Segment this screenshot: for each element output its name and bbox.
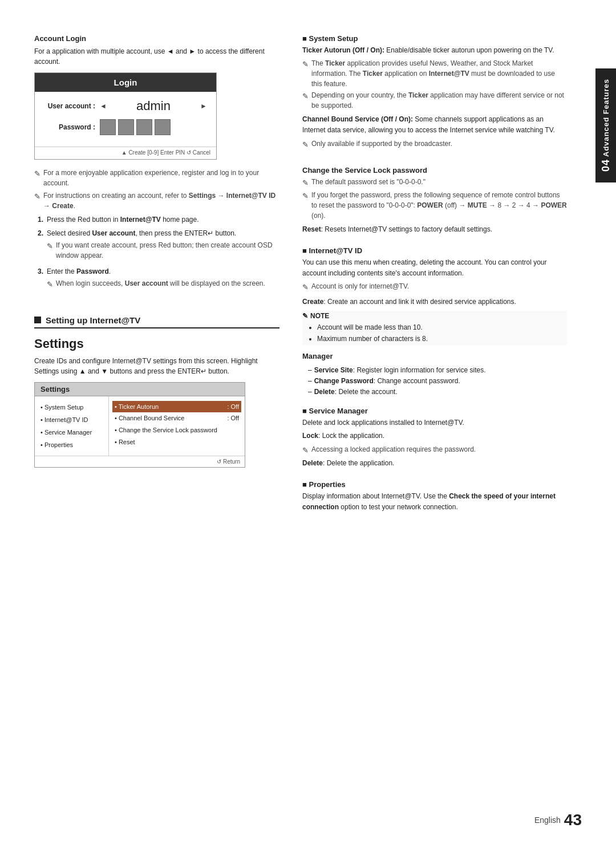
page-number: 43 bbox=[564, 811, 582, 829]
settings-desc: Create IDs and configure Internet@TV set… bbox=[34, 356, 279, 376]
settings-panel: Settings • System Setup • Internet@TV ID… bbox=[34, 382, 245, 468]
settings-left-menu: • System Setup • Internet@TV ID • Servic… bbox=[35, 396, 109, 456]
settings-left-item-2: • Internet@TV ID bbox=[40, 413, 103, 426]
settings-right-item-2: • Channel Bound Service : Off bbox=[115, 412, 239, 424]
user-account-value: admin bbox=[110, 99, 197, 113]
pencil-icon-r8: ✎ bbox=[302, 445, 309, 456]
step-3-note: ✎ When login succeeds, User account will… bbox=[47, 278, 279, 290]
change-lock-section: Change the Service Lock password ✎ The d… bbox=[302, 160, 567, 237]
note-item-1: Account will be made less than 10. bbox=[317, 322, 567, 333]
manager-item-3: – Delete: Delete the account. bbox=[308, 387, 567, 397]
note-instructions-text: For instructions on creating an account,… bbox=[43, 190, 279, 211]
user-account-label: User account : bbox=[44, 102, 95, 110]
lock-note-2: ✎ If you forget the password, press the … bbox=[302, 190, 567, 221]
pencil-icon-1: ✎ bbox=[34, 168, 40, 180]
service-manager-heading-text: ■ Service Manager bbox=[302, 407, 368, 415]
note-block: ✎ NOTE Account will be made less than 10… bbox=[302, 311, 567, 345]
settings-main-title: Settings bbox=[34, 336, 279, 351]
settings-panel-body: • System Setup • Internet@TV ID • Servic… bbox=[35, 396, 245, 456]
service-manager-body: Delete and lock applications installed t… bbox=[302, 417, 567, 469]
settings-panel-title: Settings bbox=[35, 383, 245, 396]
right-column: ■ System Setup Ticker Autorun (Off / On)… bbox=[302, 34, 567, 818]
password-label: Password : bbox=[44, 123, 95, 131]
properties-heading: ■ Properties bbox=[302, 480, 567, 489]
internet-tv-id-heading-text: ■ Internet@TV ID bbox=[302, 246, 362, 255]
settings-right-item-3: • Change the Service Lock password bbox=[115, 424, 239, 436]
system-setup-heading: ■ System Setup bbox=[302, 34, 567, 43]
footer-language: English bbox=[534, 816, 561, 825]
pencil-icon-r5: ✎ bbox=[302, 190, 309, 202]
pw-box-3 bbox=[136, 119, 152, 135]
side-tab-label: Advanced Features bbox=[602, 79, 610, 157]
internet-tv-id-section: ■ Internet@TV ID You can use this menu w… bbox=[302, 246, 567, 397]
manager-item-1: – Service Site: Register login informati… bbox=[308, 365, 567, 376]
right-arrow-icon[interactable]: ► bbox=[200, 102, 207, 110]
properties-section: ■ Properties Display information about I… bbox=[302, 480, 567, 515]
note-register-text: For a more enjoyable application experie… bbox=[43, 168, 279, 188]
note-block-items: Account will be made less than 10. Maxim… bbox=[311, 322, 567, 345]
note-register: ✎ For a more enjoyable application exper… bbox=[34, 168, 279, 188]
step-3-num: 3. bbox=[38, 266, 43, 293]
lock-app-note: ✎ Accessing a locked application require… bbox=[302, 444, 567, 456]
setting-up-title: Setting up Internet@TV bbox=[46, 315, 140, 325]
login-form: User account : ◄ admin ► Password : bbox=[35, 92, 216, 147]
lock-note-1: ✎ The default password set is "0-0-0-0." bbox=[302, 177, 567, 189]
change-lock-heading: Change the Service Lock password bbox=[302, 166, 567, 175]
step-2-num: 2. bbox=[38, 228, 43, 263]
login-title: Login bbox=[35, 73, 216, 92]
note-instructions: ✎ For instructions on creating an accoun… bbox=[34, 190, 279, 211]
step-3-text: Enter the Password. ✎ When login succeed… bbox=[47, 266, 279, 293]
manager-list: – Service Site: Register login informati… bbox=[308, 365, 567, 398]
pencil-icon-r6: ✎ bbox=[302, 282, 309, 293]
service-manager-section: ■ Service Manager Delete and lock applic… bbox=[302, 407, 567, 471]
pencil-icon-r4: ✎ bbox=[302, 177, 309, 189]
pencil-icon-4: ✎ bbox=[47, 279, 53, 290]
internet-tv-note: ✎ Account is only for internet@TV. bbox=[302, 281, 567, 293]
ticker-note-1: ✎ The Ticker application provides useful… bbox=[302, 58, 567, 89]
settings-left-item-3: • Service Manager bbox=[40, 426, 103, 439]
pw-box-1 bbox=[100, 119, 116, 135]
change-lock-body: ✎ The default password set is "0-0-0-0."… bbox=[302, 177, 567, 235]
ticker-note-2: ✎ Depending on your country, the Ticker … bbox=[302, 90, 567, 111]
note-block-title: ✎ NOTE bbox=[302, 311, 567, 322]
login-box: Login User account : ◄ admin ► Password … bbox=[34, 72, 217, 160]
manager-item-2: – Change Password: Change account passwo… bbox=[308, 376, 567, 387]
side-tab: 04 Advanced Features bbox=[595, 68, 616, 182]
setting-up-bullet bbox=[34, 317, 41, 323]
settings-panel-footer: ↺ Return bbox=[35, 456, 245, 467]
setting-up-section: Setting up Internet@TV bbox=[34, 315, 279, 328]
internet-tv-id-heading: ■ Internet@TV ID bbox=[302, 246, 567, 255]
service-manager-heading: ■ Service Manager bbox=[302, 407, 567, 415]
left-column: Account Login For a application with mul… bbox=[34, 34, 279, 818]
settings-right-item-1: • Ticker Autorun : Off bbox=[112, 401, 241, 413]
step-2-text: Select desired User account, then press … bbox=[47, 228, 279, 263]
step-1: 1. Press the Red button in Internet@TV h… bbox=[38, 214, 279, 225]
step-2: 2. Select desired User account, then pre… bbox=[38, 228, 279, 263]
pw-box-2 bbox=[118, 119, 134, 135]
pencil-icon-3: ✎ bbox=[47, 241, 53, 252]
step-2-note: ✎ If you want create account, press Red … bbox=[47, 240, 279, 261]
left-arrow-icon[interactable]: ◄ bbox=[100, 102, 107, 110]
note-item-2: Maximum number of characters is 8. bbox=[317, 333, 567, 344]
system-setup-body: Ticker Autorun (Off / On): Enable/disabl… bbox=[302, 45, 567, 150]
pencil-icon-r1: ✎ bbox=[302, 59, 309, 70]
side-tab-number: 04 bbox=[600, 159, 612, 172]
settings-right-item-4: • Reset bbox=[115, 436, 239, 448]
login-footer: ▲ Create [0-9] Enter PIN ↺ Cancel bbox=[35, 147, 216, 159]
settings-left-item-1: • System Setup bbox=[40, 401, 103, 413]
pw-box-4 bbox=[155, 119, 171, 135]
user-account-value-area: ◄ admin ► bbox=[100, 99, 207, 113]
pencil-icon-r7: ✎ bbox=[302, 311, 308, 322]
settings-right-menu: • Ticker Autorun : Off • Channel Bound S… bbox=[109, 396, 245, 456]
settings-left-item-4: • Properties bbox=[40, 439, 103, 451]
settings-section: Settings Create IDs and configure Intern… bbox=[34, 336, 279, 468]
account-login-heading: Account Login bbox=[34, 34, 279, 43]
properties-body: Display information about Internet@TV. U… bbox=[302, 491, 567, 513]
manager-subheading: Manager bbox=[302, 351, 567, 363]
step-3: 3. Enter the Password. ✎ When login succ… bbox=[38, 266, 279, 293]
password-value-area bbox=[100, 119, 207, 135]
system-setup-section: ■ System Setup Ticker Autorun (Off / On)… bbox=[302, 34, 567, 151]
properties-heading-text: ■ Properties bbox=[302, 480, 346, 489]
step-1-num: 1. bbox=[38, 214, 43, 225]
pencil-icon-2: ✎ bbox=[34, 191, 40, 202]
